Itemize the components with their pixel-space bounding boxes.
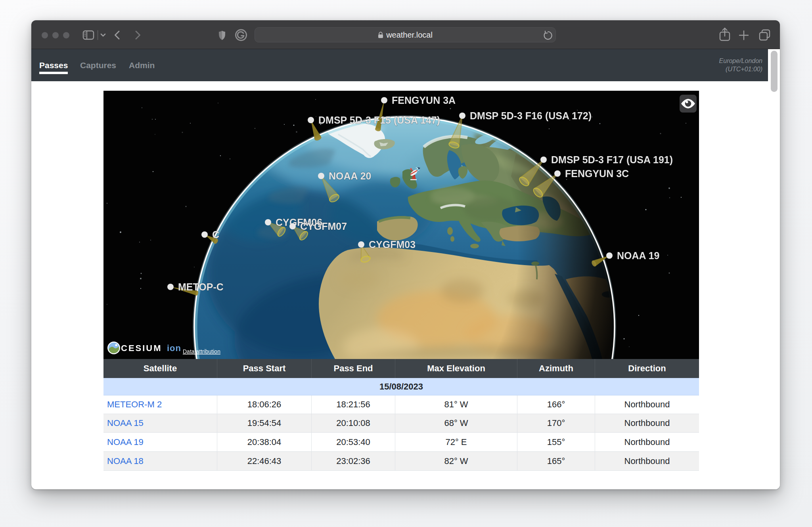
- svg-text:FENGYUN 3A: FENGYUN 3A: [392, 95, 456, 106]
- svg-text:NOAA 19: NOAA 19: [617, 250, 659, 261]
- svg-text:ion: ion: [167, 343, 181, 353]
- svg-text:DMSP 5D-3 F15 (USA 147): DMSP 5D-3 F15 (USA 147): [318, 115, 440, 126]
- svg-text:DMSP 5D-3 F17 (USA 191): DMSP 5D-3 F17 (USA 191): [551, 154, 673, 165]
- svg-text:Data attribution: Data attribution: [183, 348, 220, 355]
- svg-text:FENGYUN 3C: FENGYUN 3C: [565, 168, 629, 179]
- svg-text:CESIUM: CESIUM: [121, 343, 162, 353]
- svg-text:DMSP 5D-3 F16 (USA 172): DMSP 5D-3 F16 (USA 172): [470, 110, 592, 121]
- svg-text:C: C: [212, 229, 219, 240]
- svg-text:CYGFM03: CYGFM03: [369, 239, 416, 250]
- svg-text:CYGFM07: CYGFM07: [300, 221, 347, 232]
- svg-text:NOAA 20: NOAA 20: [329, 170, 371, 181]
- svg-text:METOP-C: METOP-C: [178, 281, 224, 292]
